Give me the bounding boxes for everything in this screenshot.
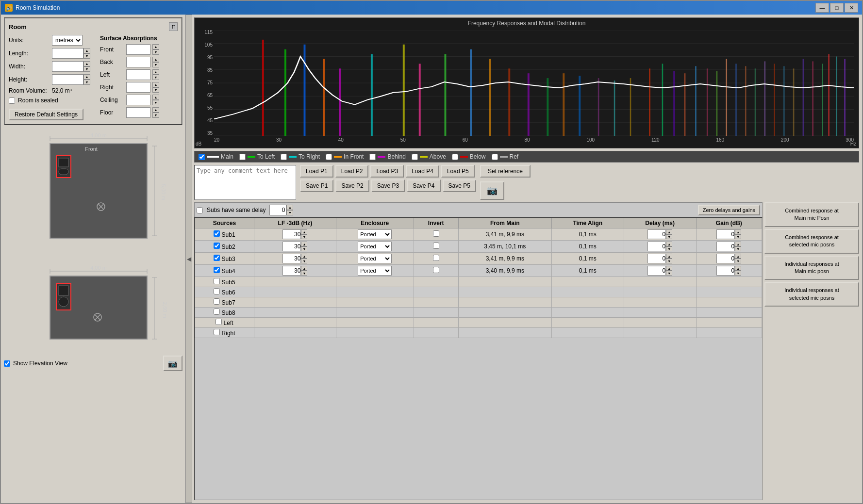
width-input[interactable]: 4,00 m [52,61,83,72]
lf-up[interactable]: ▲ [301,266,307,271]
cb-toleft-checkbox[interactable] [239,154,246,160]
delay-down[interactable]: ▼ [666,271,672,276]
source-checkbox[interactable] [214,243,220,249]
width-down[interactable]: ▼ [83,66,90,72]
right-surface-input[interactable]: 0,15 [126,82,150,93]
lf-down[interactable]: ▼ [301,271,307,276]
close-button[interactable]: ✕ [845,3,858,13]
enclosure-select[interactable]: Ported [358,254,392,263]
length-up[interactable]: ▲ [83,48,90,53]
enclosure-select[interactable]: Ported [358,266,392,276]
minimize-button[interactable]: — [815,3,829,13]
sub-table-container[interactable]: Sources LF -3dB (Hz) Enclosure Invert Fr… [194,217,763,500]
source-checkbox[interactable] [214,298,220,305]
diagram-camera-button[interactable]: 📷 [163,356,183,371]
delay-up[interactable]: ▲ [666,229,672,234]
restore-defaults-button[interactable]: Restore Default Settings [9,109,83,120]
height-input[interactable]: 2,60 m [52,74,83,85]
delay-input[interactable] [647,266,666,276]
ceiling-input[interactable]: 0,15 [126,95,150,105]
same-delay-up[interactable]: ▲ [286,205,293,210]
delay-input[interactable] [647,254,666,263]
gain-down[interactable]: ▼ [735,271,741,276]
source-checkbox[interactable] [214,255,220,261]
panel-collapse-arrow[interactable]: ◀ [185,15,192,503]
source-checkbox[interactable] [214,288,220,294]
invert-checkbox[interactable] [433,255,439,261]
sealed-checkbox[interactable] [9,98,15,104]
delay-input[interactable] [647,242,666,251]
individual-main-button[interactable]: Individual responses atMain mic posn [764,256,859,280]
ceiling-up[interactable]: ▲ [152,95,159,100]
lf-input[interactable] [282,242,301,251]
lf-down[interactable]: ▼ [301,234,307,239]
combined-selected-button[interactable]: Combined response atselected mic posns [764,229,859,254]
comment-textarea[interactable] [194,165,296,200]
invert-checkbox[interactable] [433,267,439,273]
gain-up[interactable]: ▲ [735,229,741,234]
set-reference-button[interactable]: Set reference [480,165,531,178]
source-checkbox[interactable] [216,319,222,325]
lf-input[interactable] [282,229,301,239]
collapse-button[interactable]: ⇈ [169,22,178,31]
save-p3-button[interactable]: Save P3 [371,179,405,192]
maximize-button[interactable]: □ [830,3,844,13]
same-delay-input[interactable] [269,205,286,215]
length-input[interactable]: 5,00 m [52,48,83,59]
source-checkbox[interactable] [214,309,220,315]
gain-down[interactable]: ▼ [735,259,741,263]
gain-input[interactable] [716,242,735,251]
save-p5-button[interactable]: Save P5 [443,179,476,192]
front-up[interactable]: ▲ [152,44,159,49]
cb-above-checkbox[interactable] [412,154,418,160]
gain-up[interactable]: ▲ [735,266,741,271]
cb-infront-checkbox[interactable] [326,154,332,160]
delay-down[interactable]: ▼ [666,246,672,251]
load-p5-button[interactable]: Load P5 [441,165,475,178]
floor-down[interactable]: ▼ [152,113,159,118]
save-p2-button[interactable]: Save P2 [335,179,369,192]
back-up[interactable]: ▲ [152,57,159,62]
enclosure-select[interactable]: Ported [358,242,392,251]
cb-behind-checkbox[interactable] [369,154,376,160]
lf-down[interactable]: ▼ [301,259,307,263]
zero-delays-gains-button[interactable]: Zero delays and gains [698,205,760,215]
same-delay-checkbox[interactable] [197,207,203,213]
ceiling-down[interactable]: ▼ [152,100,159,105]
length-down[interactable]: ▼ [83,53,90,59]
load-p2-button[interactable]: Load P2 [335,165,369,178]
delay-up[interactable]: ▲ [666,254,672,259]
gain-input[interactable] [716,254,735,263]
back-input[interactable]: 0,15 [126,57,150,67]
individual-selected-button[interactable]: Individual responses atselected mic posn… [764,282,859,307]
floor-input[interactable]: 0,15 [126,107,150,118]
gain-down[interactable]: ▼ [735,234,741,239]
lf-up[interactable]: ▲ [301,254,307,259]
enclosure-select[interactable]: Ported [358,229,392,239]
source-checkbox[interactable] [214,278,220,284]
source-checkbox[interactable] [214,267,220,273]
left-down[interactable]: ▼ [152,75,159,80]
gain-up[interactable]: ▲ [735,254,741,259]
units-select[interactable]: metres [52,35,83,46]
gain-input[interactable] [716,229,735,239]
lf-up[interactable]: ▲ [301,242,307,246]
save-p4-button[interactable]: Save P4 [407,179,440,192]
load-p4-button[interactable]: Load P4 [406,165,439,178]
load-p3-button[interactable]: Load P3 [370,165,404,178]
lf-up[interactable]: ▲ [301,229,307,234]
left-up[interactable]: ▲ [152,69,159,75]
delay-input[interactable] [647,229,666,239]
combined-main-button[interactable]: Combined response atMain mic Posn [764,202,859,227]
save-p1-button[interactable]: Save P1 [300,179,333,192]
cb-below-checkbox[interactable] [452,154,458,160]
invert-checkbox[interactable] [433,243,439,249]
lf-down[interactable]: ▼ [301,246,307,251]
lf-input[interactable] [282,266,301,276]
show-elevation-checkbox[interactable] [4,360,10,367]
same-delay-down[interactable]: ▼ [286,210,293,215]
right-down[interactable]: ▼ [152,87,159,93]
load-p1-button[interactable]: Load P1 [300,165,333,178]
gain-input[interactable] [716,266,735,276]
cb-main-checkbox[interactable] [199,154,205,160]
